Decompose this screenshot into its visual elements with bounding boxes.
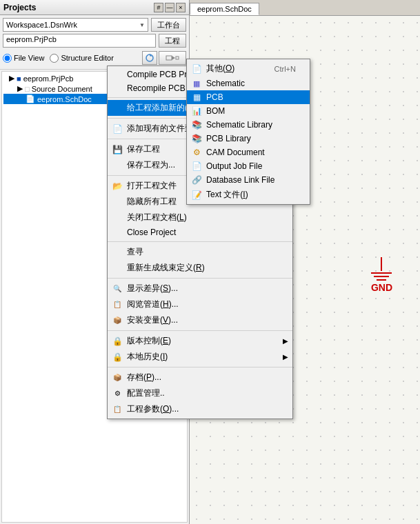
- history-icon: 🔒: [111, 352, 123, 363]
- gnd-symbol: GND: [371, 257, 392, 293]
- radio-row: File View Structure Editor: [3, 50, 186, 66]
- submenu-bom[interactable]: 📊 BOM: [187, 104, 310, 118]
- file-icon: 📄: [26, 94, 35, 103]
- dropdown-arrow-icon: ▼: [139, 22, 145, 28]
- other-shortcut: Ctrl+N: [261, 65, 296, 73]
- history-label: 本地历史(I): [127, 351, 168, 363]
- minimize-button[interactable]: —: [165, 3, 174, 12]
- open-file-icon: 📂: [111, 181, 123, 192]
- schematic-icon: ▦: [190, 78, 203, 89]
- submenu-schematic[interactable]: ▦ Schematic: [187, 77, 310, 90]
- sep6: [108, 278, 292, 279]
- workspace-button[interactable]: 工作台: [151, 18, 186, 32]
- add-existing-icon: 📄: [111, 123, 123, 134]
- outjob-label: Output Job File: [206, 161, 262, 171]
- folder-icon: ▶: [9, 74, 14, 83]
- submenu-outjob[interactable]: 📄 Output Job File: [187, 159, 310, 173]
- project-tree-label: eeprom.PrjPcb: [23, 74, 74, 83]
- save-label: 保存工程: [127, 143, 160, 155]
- submenu-other[interactable]: 📄 其他(O) Ctrl+N: [187, 61, 310, 77]
- menu-history[interactable]: 🔒 本地历史(I) ▶: [108, 349, 292, 365]
- submenu-schlib[interactable]: 📚 Schematic Library: [187, 118, 310, 132]
- cam-icon: ⚙: [190, 147, 203, 158]
- submenu-cam[interactable]: ⚙ CAM Document: [187, 145, 310, 159]
- gnd-line3: [377, 279, 386, 281]
- project-label: eeprom.PrjPcb: [6, 35, 57, 43]
- pcb-label: PCB: [206, 92, 223, 102]
- fileview-label: File View: [14, 54, 44, 62]
- svg-rect-3: [176, 57, 179, 59]
- menu-archive[interactable]: 📦 存档(P)...: [108, 370, 292, 385]
- archive-icon: 📦: [111, 372, 123, 383]
- fileview-radio[interactable]: File View: [3, 54, 44, 63]
- schdoc-tab[interactable]: eeprom.SchDoc: [190, 3, 259, 15]
- menu-pipeline[interactable]: 📋 阅览管道(H)...: [108, 296, 292, 312]
- submenu-pcblib[interactable]: 📚 PCB Library: [187, 132, 310, 145]
- other-label: 其他(O): [206, 63, 234, 74]
- variant-icon: 📦: [111, 315, 123, 326]
- open-file-label: 打开工程文件: [127, 180, 177, 192]
- history-arrow-icon: ▶: [283, 353, 288, 361]
- source-tree-label: Source Document: [32, 85, 92, 93]
- menu-diff[interactable]: 🔍 显示差异(S)...: [108, 281, 292, 296]
- text-label: Text 文件(I): [206, 189, 248, 201]
- menu-close-doc[interactable]: 关闭工程文档(L): [108, 210, 292, 225]
- schlib-icon: 📚: [190, 119, 203, 130]
- save-icon: 💾: [111, 144, 123, 155]
- outjob-icon: 📄: [190, 161, 203, 172]
- menu-close-project[interactable]: Close Project: [108, 225, 292, 239]
- submenu-text[interactable]: 📝 Text 文件(I): [187, 187, 310, 203]
- menu-version[interactable]: 🔒 版本控制(E) ▶: [108, 333, 292, 349]
- bom-icon: 📊: [190, 105, 203, 117]
- config-icon: ⚙: [111, 388, 123, 399]
- config-label: 配置管理..: [127, 387, 165, 399]
- panel-toolbar: Workspace1.DsnWrk ▼ 工作台 eeprom.PrjPcb 工程…: [0, 15, 189, 70]
- pipeline-icon: 📋: [111, 299, 123, 310]
- menu-search[interactable]: 查寻: [108, 244, 292, 260]
- pin-button[interactable]: #: [154, 3, 163, 12]
- schdoc-tree-label: eeprom.SchDoc: [37, 95, 92, 103]
- cam-label: CAM Document: [206, 148, 265, 157]
- version-arrow-icon: ▶: [283, 337, 288, 345]
- menu-properties[interactable]: 📋 工程参数(O)...: [108, 401, 292, 417]
- tab-bar: eeprom.SchDoc: [190, 0, 420, 16]
- settings-icon[interactable]: [159, 51, 186, 65]
- workspace-label: Workspace1.DsnWrk: [6, 21, 77, 29]
- structure-label: Structure Editor: [61, 54, 113, 62]
- variant-label: 安装变量(V)...: [127, 314, 178, 326]
- gnd-line1: [371, 272, 392, 274]
- sep5: [108, 241, 292, 242]
- refresh-icon[interactable]: [142, 51, 157, 65]
- submenu-pcb[interactable]: ▦ PCB: [187, 90, 310, 104]
- other-icon: 📄: [190, 63, 203, 74]
- project-button[interactable]: 工程: [159, 34, 186, 48]
- text-icon: 📝: [190, 190, 203, 201]
- dblink-icon: 🔗: [190, 174, 203, 185]
- regen-label: 重新生成线束定义(R): [127, 262, 205, 274]
- diff-icon: 🔍: [111, 283, 123, 294]
- save-as-label: 保存工程为...: [127, 159, 175, 171]
- pcblib-icon: 📚: [190, 133, 203, 144]
- folder-open-icon: ▶: [17, 84, 23, 93]
- close-button[interactable]: ×: [176, 3, 186, 12]
- hide-all-label: 隐藏所有工程: [127, 196, 177, 208]
- pcblib-label: PCB Library: [206, 134, 251, 143]
- structure-radio[interactable]: Structure Editor: [50, 54, 113, 63]
- sep8: [108, 367, 292, 367]
- svg-marker-2: [172, 56, 175, 60]
- panel-controls: # — ×: [154, 3, 186, 12]
- diff-label: 显示差异(S)...: [127, 283, 178, 294]
- schlib-label: Schematic Library: [206, 120, 272, 130]
- pipeline-label: 阅览管道(H)...: [127, 299, 179, 310]
- menu-variant[interactable]: 📦 安装变量(V)...: [108, 312, 292, 328]
- menu-config[interactable]: ⚙ 配置管理..: [108, 385, 292, 401]
- workspace-dropdown[interactable]: Workspace1.DsnWrk ▼: [3, 18, 148, 32]
- menu-regen[interactable]: 重新生成线束定义(R): [108, 260, 292, 276]
- sep7: [108, 330, 292, 331]
- project-input[interactable]: eeprom.PrjPcb: [3, 34, 156, 48]
- gnd-horizontal-lines: [371, 272, 392, 281]
- schematic-label: Schematic: [206, 79, 245, 88]
- search-label: 查寻: [127, 246, 143, 258]
- gnd-vertical-line: [381, 257, 382, 271]
- submenu-dblink[interactable]: 🔗 Database Link File: [187, 173, 310, 187]
